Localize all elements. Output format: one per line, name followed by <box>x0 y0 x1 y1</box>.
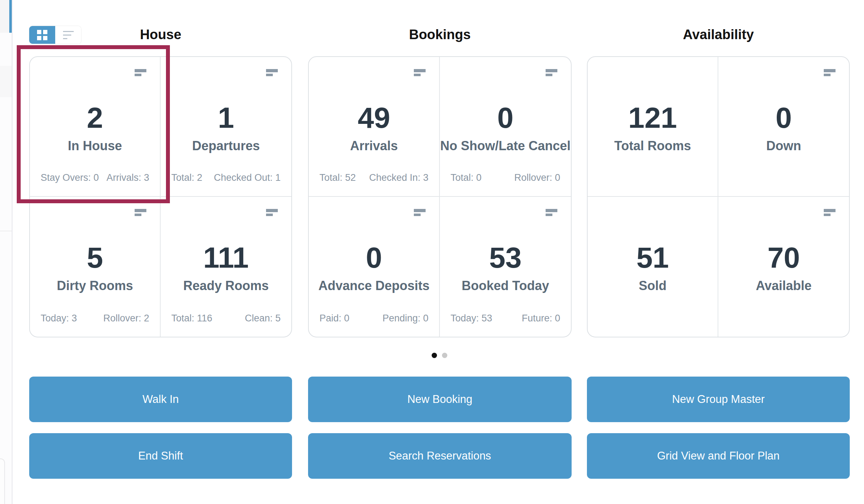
card-arrivals[interactable]: 49 Arrivals Total: 52 Checked In: 3 <box>309 57 440 197</box>
pagination-dot-1[interactable] <box>432 353 437 358</box>
stat-substats: Today: 53 Future: 0 <box>451 313 560 324</box>
substat-left: Today: 53 <box>451 313 492 324</box>
grid-view-floor-plan-button[interactable]: Grid View and Floor Plan <box>587 433 850 479</box>
stats-bars-icon[interactable] <box>266 209 278 216</box>
stat-label: No Show/Late Cancel <box>440 139 571 153</box>
stat-label: In House <box>30 139 160 153</box>
stat-label: Available <box>718 279 849 293</box>
stat-substats: Today: 3 Rollover: 2 <box>41 313 149 324</box>
substat-left: Total: 52 <box>319 172 356 183</box>
card-advance-deposits[interactable]: 0 Advance Deposits Paid: 0 Pending: 0 <box>309 197 440 337</box>
section-title-availability: Availability <box>587 26 850 43</box>
substat-right: Rollover: 2 <box>103 313 149 324</box>
substat-right: Checked In: 3 <box>369 172 428 183</box>
stat-value: 70 <box>718 242 849 273</box>
stat-value: 2 <box>30 103 160 133</box>
stat-value: 111 <box>161 242 291 273</box>
stats-bars-icon[interactable] <box>546 209 557 216</box>
stat-value: 51 <box>588 242 718 273</box>
stat-value: 0 <box>309 242 439 273</box>
substat-left: Total: 2 <box>171 172 202 183</box>
stat-substats: Total: 52 Checked In: 3 <box>319 172 428 183</box>
card-in-house[interactable]: 2 In House Stay Overs: 0 Arrivals: 3 <box>30 57 161 197</box>
card-ready-rooms[interactable]: 111 Ready Rooms Total: 116 Clean: 5 <box>161 197 291 337</box>
stat-label: Departures <box>161 139 291 153</box>
stat-value: 1 <box>161 103 291 133</box>
sidebar-strip <box>0 0 12 504</box>
stat-value: 5 <box>30 242 160 273</box>
stat-label: Dirty Rooms <box>30 279 160 293</box>
new-group-master-button[interactable]: New Group Master <box>587 377 850 422</box>
stat-substats: Paid: 0 Pending: 0 <box>319 313 428 324</box>
stat-label: Advance Deposits <box>309 279 439 293</box>
substat-left: Total: 116 <box>171 313 212 324</box>
pagination-dot-2[interactable] <box>442 353 447 358</box>
substat-right: Rollover: 0 <box>514 172 560 183</box>
sidebar-partial-card <box>0 458 5 504</box>
card-booked-today[interactable]: 53 Booked Today Today: 53 Future: 0 <box>440 197 571 337</box>
panel-house: 2 In House Stay Overs: 0 Arrivals: 3 1 D… <box>29 56 292 337</box>
sidebar-divider <box>0 231 12 231</box>
panel-availability: 121 Total Rooms 0 Down 51 Sold 70 Availa… <box>587 56 850 337</box>
panel-bookings: 49 Arrivals Total: 52 Checked In: 3 0 No… <box>308 56 572 337</box>
card-dirty-rooms[interactable]: 5 Dirty Rooms Today: 3 Rollover: 2 <box>30 197 161 337</box>
card-down[interactable]: 0 Down <box>718 57 849 197</box>
stat-label: Down <box>718 139 849 153</box>
sidebar-block <box>0 66 12 97</box>
substat-left: Paid: 0 <box>319 313 349 324</box>
stat-value: 0 <box>718 103 849 133</box>
end-shift-button[interactable]: End Shift <box>29 433 292 479</box>
substat-right: Arrivals: 3 <box>106 172 149 183</box>
dashboard-page: House Bookings Availability 2 In House S… <box>0 0 864 504</box>
card-no-show-late-cancel[interactable]: 0 No Show/Late Cancel Total: 0 Rollover:… <box>440 57 571 197</box>
substat-left: Total: 0 <box>451 172 482 183</box>
stats-bars-icon[interactable] <box>824 209 836 216</box>
stat-substats: Total: 2 Checked Out: 1 <box>171 172 281 183</box>
card-total-rooms[interactable]: 121 Total Rooms <box>588 57 718 197</box>
card-sold[interactable]: 51 Sold <box>588 197 718 337</box>
stats-bars-icon[interactable] <box>546 69 557 76</box>
stats-bars-icon[interactable] <box>135 209 146 216</box>
card-departures[interactable]: 1 Departures Total: 2 Checked Out: 1 <box>161 57 291 197</box>
stats-bars-icon[interactable] <box>266 69 278 76</box>
stat-value: 121 <box>588 103 718 133</box>
stats-bars-icon[interactable] <box>135 69 146 76</box>
stats-bars-icon[interactable] <box>414 209 426 216</box>
substat-left: Stay Overs: 0 <box>41 172 99 183</box>
stat-substats: Stay Overs: 0 Arrivals: 3 <box>41 172 149 183</box>
new-booking-button[interactable]: New Booking <box>308 377 572 422</box>
substat-right: Checked Out: 1 <box>214 172 281 183</box>
search-reservations-button[interactable]: Search Reservations <box>308 433 572 479</box>
stat-label: Ready Rooms <box>161 279 291 293</box>
walk-in-button[interactable]: Walk In <box>29 377 292 422</box>
carousel-pagination <box>432 353 447 358</box>
stat-value: 53 <box>440 242 571 273</box>
section-title-bookings: Bookings <box>308 26 572 43</box>
sidebar-active-accent <box>9 0 12 33</box>
stats-bars-icon[interactable] <box>824 69 836 76</box>
section-title-house: House <box>29 26 292 43</box>
stat-value: 0 <box>440 103 571 133</box>
stats-bars-icon[interactable] <box>414 69 426 76</box>
stat-label: Total Rooms <box>588 139 718 153</box>
stat-value: 49 <box>309 103 439 133</box>
substat-right: Future: 0 <box>522 313 560 324</box>
stat-label: Sold <box>588 279 718 293</box>
card-available[interactable]: 70 Available <box>718 197 849 337</box>
stat-label: Arrivals <box>309 139 439 153</box>
substat-right: Pending: 0 <box>382 313 428 324</box>
stat-substats: Total: 0 Rollover: 0 <box>451 172 560 183</box>
substat-right: Clean: 5 <box>245 313 281 324</box>
substat-left: Today: 3 <box>41 313 77 324</box>
stat-substats: Total: 116 Clean: 5 <box>171 313 281 324</box>
stat-label: Booked Today <box>440 279 571 293</box>
